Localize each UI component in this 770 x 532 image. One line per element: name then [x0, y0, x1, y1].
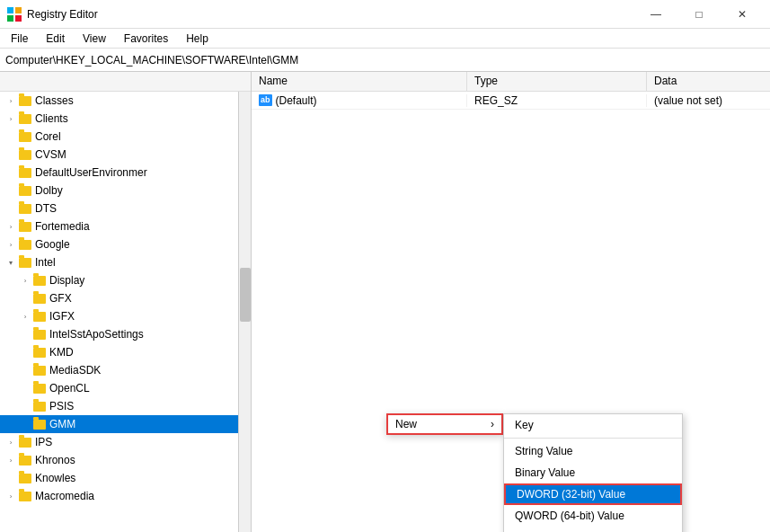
tree-arrow-icon: › — [18, 313, 32, 321]
tree-item-label: MediaSDK — [49, 364, 101, 377]
menu-favorites[interactable]: Favorites — [117, 31, 175, 47]
title-bar-controls: — □ ✕ — [635, 0, 763, 29]
main-content: ›Classes›ClientsCorelCVSMDefaultUserEnvi… — [0, 72, 770, 532]
tree-item[interactable]: ›Fortemedia — [0, 217, 251, 235]
tree-item[interactable]: Dolby — [0, 182, 251, 200]
tree-item-label: OpenCL — [49, 382, 90, 395]
tree-item[interactable]: Knowles — [0, 469, 251, 487]
tree-item[interactable]: Corel — [0, 128, 251, 146]
tree-arrow-icon: › — [4, 241, 18, 249]
tree-item-label: KMD — [49, 346, 74, 359]
tree-item[interactable]: CVSM — [0, 146, 251, 164]
tree-item-label: DefaultUserEnvironmer — [35, 166, 147, 179]
right-panel: Name Type Data ab(Default)REG_SZ(value n… — [252, 72, 770, 532]
registry-cell-data: (value not set) — [647, 94, 770, 107]
tree-arrow-icon: ▾ — [4, 259, 18, 267]
tree-arrow-icon: › — [4, 97, 18, 105]
tree-item-label: Macromedia — [35, 490, 94, 502]
folder-icon — [18, 166, 32, 179]
tree-item-label: IPS — [35, 436, 52, 448]
submenu-item[interactable]: Key — [504, 414, 682, 436]
tree-item-label: IntelSstApoSettings — [49, 328, 144, 341]
app-icon — [7, 7, 22, 22]
tree-item[interactable]: KMD — [0, 343, 251, 361]
folder-icon — [18, 436, 32, 448]
tree-item-label: Google — [35, 238, 70, 251]
tree-item[interactable]: IntelSstApoSettings — [0, 325, 251, 343]
tree-item[interactable]: ›IGFX — [0, 307, 251, 325]
tree-item-label: Classes — [35, 94, 74, 107]
folder-icon — [32, 292, 47, 305]
folder-icon — [18, 220, 32, 233]
tree-item[interactable]: ›Google — [0, 235, 251, 253]
registry-cell-type: REG_SZ — [467, 94, 647, 107]
tree-item-label: Khronos — [35, 454, 75, 466]
tree-item-label: Clients — [35, 112, 68, 125]
tree-item[interactable]: ›IPS — [0, 433, 251, 451]
tree-arrow-icon: › — [18, 277, 32, 285]
new-menu-item[interactable]: New › — [386, 413, 503, 435]
tree-arrow-icon: › — [4, 223, 18, 231]
tree-item[interactable]: PSIS — [0, 397, 251, 415]
tree-item[interactable]: ›Classes — [0, 92, 251, 110]
tree-item[interactable]: DefaultUserEnvironmer — [0, 164, 251, 182]
context-menu-overlay: New › KeyString ValueBinary ValueDWORD (… — [386, 413, 503, 435]
tree-item-label: Knowles — [35, 472, 75, 484]
tree-scrollbar[interactable] — [238, 92, 251, 532]
folder-icon — [32, 346, 47, 359]
tree-item[interactable]: DTS — [0, 200, 251, 217]
tree-arrow-icon: › — [4, 115, 18, 123]
registry-name-label: (Default) — [276, 94, 317, 107]
tree-item-label: GMM — [49, 418, 75, 430]
close-button[interactable]: ✕ — [721, 0, 763, 29]
tree-item[interactable]: ›Display — [0, 271, 251, 289]
tree-item[interactable]: ›Khronos — [0, 451, 251, 469]
folder-icon — [32, 400, 47, 412]
menu-view[interactable]: View — [75, 31, 113, 47]
submenu-item[interactable]: Multi-String Value — [504, 527, 682, 532]
folder-icon — [18, 490, 32, 502]
tree-item[interactable]: ›Clients — [0, 110, 251, 128]
minimize-button[interactable]: — — [635, 0, 677, 29]
folder-icon — [32, 364, 47, 377]
tree-item-label: IGFX — [49, 310, 75, 323]
svg-rect-0 — [7, 7, 13, 13]
tree-item-label: PSIS — [49, 400, 74, 412]
new-menu-arrow: › — [491, 418, 494, 430]
title-bar-left: Registry Editor — [7, 7, 98, 22]
submenu-item[interactable]: String Value — [504, 440, 682, 462]
maximize-button[interactable]: □ — [678, 0, 720, 29]
svg-rect-3 — [15, 15, 22, 22]
folder-icon — [18, 130, 32, 143]
tree-item-label: Corel — [35, 130, 61, 143]
menu-bar: File Edit View Favorites Help — [0, 29, 770, 49]
tree-item[interactable]: MediaSDK — [0, 361, 251, 379]
tree-item[interactable]: OpenCL — [0, 379, 251, 397]
tree-item[interactable]: ›Macromedia — [0, 487, 251, 505]
tree-item[interactable]: GFX — [0, 289, 251, 307]
folder-icon — [18, 256, 32, 269]
col-name-header: Name — [252, 72, 467, 91]
menu-help[interactable]: Help — [179, 31, 216, 47]
folder-icon — [32, 274, 47, 287]
menu-file[interactable]: File — [4, 31, 35, 47]
menu-edit[interactable]: Edit — [39, 31, 72, 47]
window-title: Registry Editor — [27, 8, 98, 21]
registry-row[interactable]: ab(Default)REG_SZ(value not set) — [252, 92, 770, 110]
registry-header: Name Type Data — [252, 72, 770, 92]
scrollbar-thumb[interactable] — [240, 268, 251, 322]
col-type-header: Type — [467, 72, 647, 91]
folder-icon — [18, 112, 32, 125]
tree-item-label: Dolby — [35, 184, 63, 197]
submenu-item[interactable]: Binary Value — [504, 462, 682, 483]
folder-icon — [18, 454, 32, 466]
tree-arrow-icon: › — [4, 492, 18, 501]
tree-item[interactable]: GMM — [0, 415, 251, 433]
tree-item-label: DTS — [35, 202, 57, 215]
folder-icon — [18, 148, 32, 161]
submenu-item[interactable]: DWORD (32-bit) Value — [504, 483, 682, 505]
registry-cell-name: ab(Default) — [252, 94, 467, 107]
submenu-item[interactable]: QWORD (64-bit) Value — [504, 505, 682, 527]
tree-panel: ›Classes›ClientsCorelCVSMDefaultUserEnvi… — [0, 72, 252, 532]
tree-item[interactable]: ▾Intel — [0, 253, 251, 271]
